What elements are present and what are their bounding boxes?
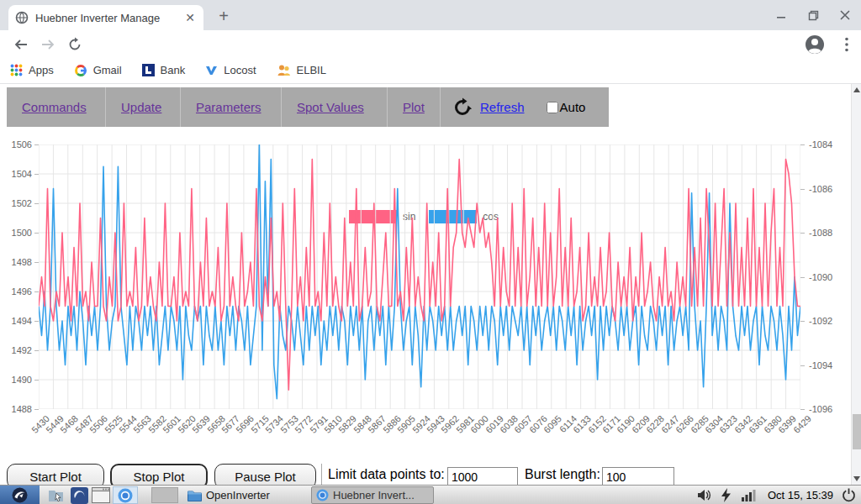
page-scrollbar[interactable]	[851, 84, 861, 485]
y-tick-label: 1502	[3, 198, 32, 208]
browser-menu-button[interactable]	[836, 34, 858, 55]
stop-plot-button[interactable]: Stop Plot	[110, 464, 208, 485]
tick-mark	[34, 321, 39, 322]
bookmark-label: ELBIL	[297, 64, 326, 76]
app-launcher[interactable]	[69, 486, 89, 504]
globe-favicon-icon	[15, 11, 29, 24]
taskbar-window-huebner[interactable]: Huebner Invert...	[311, 486, 434, 504]
avatar-icon	[805, 34, 825, 55]
google-g-icon	[74, 64, 87, 77]
burst-input[interactable]	[602, 467, 674, 485]
terminal-launcher[interactable]	[91, 486, 111, 504]
lubuntu-logo-icon	[12, 487, 28, 503]
refresh-link[interactable]: Refresh	[480, 100, 525, 114]
window-restore-button[interactable]	[797, 0, 829, 30]
tab-title: Huebner Inverter Manage	[35, 12, 172, 24]
tick-mark	[34, 409, 39, 410]
bookmark-locost[interactable]: Locost	[205, 64, 256, 76]
bookmark-elbil[interactable]: ELBIL	[277, 64, 326, 76]
nav-cell-refresh: Refresh Auto	[441, 87, 609, 127]
taskbar: OpenInverter Huebner Invert... Oct 15, 1…	[0, 485, 861, 504]
chromium-launcher[interactable]	[113, 486, 138, 504]
y-right-tick-label: -1094	[809, 360, 832, 370]
tab-close-icon[interactable]: ✕	[183, 11, 197, 24]
new-tab-button[interactable]: +	[214, 7, 234, 27]
y-right-tick-label: -1086	[809, 184, 832, 194]
tick-mark	[800, 233, 805, 234]
tick-mark	[34, 233, 39, 234]
tick-mark	[34, 291, 39, 292]
start-plot-button[interactable]: Start Plot	[7, 464, 104, 485]
browser-toolbar: Not secure | 192.168.4.1/#spot	[0, 30, 861, 57]
start-menu-button[interactable]	[0, 486, 40, 504]
window-close-button[interactable]	[829, 0, 861, 30]
refresh-icon[interactable]	[452, 97, 473, 118]
y-tick-label: 1488	[3, 404, 32, 414]
window-label: OpenInverter	[206, 489, 270, 501]
window-label: Huebner Invert...	[333, 489, 415, 501]
tick-mark	[34, 350, 39, 351]
scrollbar-thumb[interactable]	[853, 414, 861, 449]
nav-link-parameters[interactable]: Parameters	[196, 100, 261, 114]
tick-mark	[34, 203, 39, 204]
nav-cell: Commands	[7, 87, 106, 127]
bookmark-label: Apps	[29, 64, 54, 76]
network-signal-icon[interactable]	[742, 490, 756, 501]
y-right-tick-label: -1084	[809, 139, 832, 150]
y-tick-label: 1496	[3, 286, 32, 297]
tick-mark	[800, 365, 805, 366]
reload-icon	[67, 37, 82, 52]
nav-link-update[interactable]: Update	[121, 100, 161, 114]
burst-label: Burst length:	[525, 467, 600, 482]
y-tick-label: 1504	[3, 169, 32, 179]
tick-mark	[34, 262, 39, 263]
limit-input[interactable]	[447, 467, 518, 485]
pause-plot-button[interactable]: Pause Plot	[214, 464, 316, 485]
browser-titlebar: Huebner Inverter Manage ✕ +	[0, 0, 861, 30]
volume-icon[interactable]	[697, 489, 714, 501]
desktop-pager[interactable]	[151, 487, 178, 503]
tick-mark	[34, 174, 39, 175]
back-button[interactable]	[10, 34, 32, 55]
window-minimize-button[interactable]	[765, 0, 797, 30]
scroll-down-arrow-icon[interactable]	[852, 473, 861, 485]
chromium-icon	[316, 489, 329, 501]
y-tick-label: 1494	[3, 316, 32, 326]
nav-link-spot-values[interactable]: Spot Values	[297, 100, 364, 114]
plot-controls: Start Plot Stop Plot Pause Plot Limit da…	[0, 464, 861, 485]
restore-icon	[808, 10, 819, 21]
page-content: Commands Update Parameters Spot Values P…	[0, 84, 861, 485]
nav-link-plot[interactable]: Plot	[403, 100, 425, 114]
browser-tab[interactable]: Huebner Inverter Manage ✕	[8, 5, 203, 30]
nav-cell: Parameters	[181, 87, 282, 127]
bookmark-label: Locost	[224, 64, 256, 76]
reload-button[interactable]	[64, 34, 86, 55]
tick-mark	[800, 277, 805, 278]
auto-refresh-checkbox[interactable]	[547, 102, 558, 113]
chromium-icon	[118, 488, 133, 503]
file-manager-launcher[interactable]	[46, 486, 66, 504]
tick-mark	[800, 409, 805, 410]
y-right-tick-label: -1090	[809, 272, 832, 282]
nav-link-commands[interactable]: Commands	[22, 100, 87, 114]
bookmark-bank[interactable]: Bank	[142, 64, 186, 76]
bookmark-apps[interactable]: Apps	[10, 64, 54, 76]
bookmark-gmail[interactable]: Gmail	[74, 64, 122, 77]
locost-icon	[205, 65, 218, 76]
taskbar-window-openinverter[interactable]: OpenInverter	[183, 486, 306, 504]
power-status-icon[interactable]	[721, 488, 732, 502]
terminal-window-icon	[92, 487, 110, 503]
profile-avatar-button[interactable]	[804, 34, 826, 55]
limit-label: Limit data points to:	[328, 467, 445, 482]
shutdown-icon[interactable]	[842, 488, 856, 502]
clock[interactable]: Oct 15, 15:39	[768, 489, 833, 501]
nav-cell: Plot	[388, 87, 441, 127]
auto-label: Auto	[560, 100, 586, 114]
tick-mark	[34, 144, 39, 145]
nav-cell: Spot Values	[282, 87, 388, 127]
folder-cursor-icon	[48, 488, 66, 503]
minimize-icon	[776, 10, 786, 20]
apps-grid-icon	[10, 64, 23, 76]
forward-button[interactable]	[37, 34, 59, 55]
scroll-up-arrow-icon[interactable]	[852, 84, 861, 96]
